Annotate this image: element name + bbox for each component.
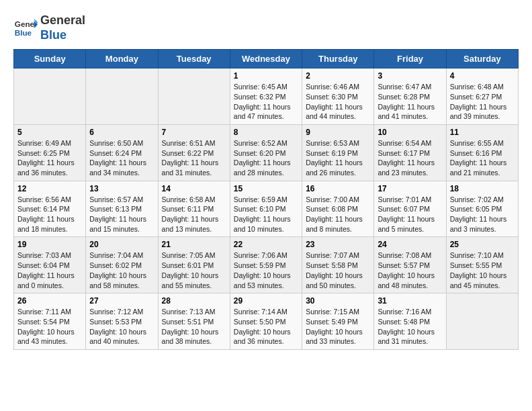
day-info: Sunrise: 6:54 AM Sunset: 6:17 PM Dayligh… <box>378 138 442 178</box>
day-info: Sunrise: 6:59 AM Sunset: 6:10 PM Dayligh… <box>234 195 298 234</box>
day-info: Sunrise: 7:14 AM Sunset: 5:50 PM Dayligh… <box>234 307 298 347</box>
day-info: Sunrise: 6:47 AM Sunset: 6:28 PM Dayligh… <box>378 82 442 122</box>
day-info: Sunrise: 7:10 AM Sunset: 5:55 PM Dayligh… <box>450 250 515 290</box>
day-info: Sunrise: 7:04 AM Sunset: 6:02 PM Dayligh… <box>89 250 154 290</box>
day-number: 25 <box>450 240 515 249</box>
calendar-cell <box>158 68 230 125</box>
calendar-cell: 7Sunrise: 6:51 AM Sunset: 6:22 PM Daylig… <box>158 124 230 181</box>
calendar-week-1: 1Sunrise: 6:45 AM Sunset: 6:32 PM Daylig… <box>14 68 519 125</box>
day-info: Sunrise: 7:12 AM Sunset: 5:53 PM Dayligh… <box>89 307 154 347</box>
day-info: Sunrise: 6:57 AM Sunset: 6:13 PM Dayligh… <box>89 195 154 234</box>
day-info: Sunrise: 6:55 AM Sunset: 6:16 PM Dayligh… <box>450 138 515 178</box>
calendar-cell <box>14 68 86 125</box>
calendar-cell: 14Sunrise: 6:58 AM Sunset: 6:11 PM Dayli… <box>158 181 230 237</box>
day-info: Sunrise: 7:16 AM Sunset: 5:48 PM Dayligh… <box>378 307 442 347</box>
svg-text:Blue: Blue <box>15 28 32 36</box>
calendar-cell: 15Sunrise: 6:59 AM Sunset: 6:10 PM Dayli… <box>230 181 302 237</box>
day-info: Sunrise: 7:00 AM Sunset: 6:08 PM Dayligh… <box>306 195 370 234</box>
calendar-cell: 20Sunrise: 7:04 AM Sunset: 6:02 PM Dayli… <box>86 237 158 293</box>
calendar-cell: 5Sunrise: 6:49 AM Sunset: 6:25 PM Daylig… <box>14 124 86 181</box>
logo-icon: General Blue <box>13 16 38 40</box>
calendar-cell: 4Sunrise: 6:48 AM Sunset: 6:27 PM Daylig… <box>446 68 518 125</box>
day-number: 18 <box>450 184 515 193</box>
day-info: Sunrise: 7:08 AM Sunset: 5:57 PM Dayligh… <box>378 250 442 290</box>
day-number: 24 <box>378 240 442 249</box>
calendar-cell: 28Sunrise: 7:13 AM Sunset: 5:51 PM Dayli… <box>158 293 230 350</box>
day-info: Sunrise: 6:56 AM Sunset: 6:14 PM Dayligh… <box>17 195 82 234</box>
day-number: 17 <box>378 184 442 193</box>
day-number: 16 <box>306 184 370 193</box>
weekday-header-friday: Friday <box>374 50 446 68</box>
day-number: 14 <box>162 184 226 193</box>
calendar-cell: 16Sunrise: 7:00 AM Sunset: 6:08 PM Dayli… <box>302 181 374 237</box>
day-number: 29 <box>234 296 298 306</box>
calendar-header-row: SundayMondayTuesdayWednesdayThursdayFrid… <box>14 50 519 68</box>
calendar-cell: 17Sunrise: 7:01 AM Sunset: 6:07 PM Dayli… <box>374 181 446 237</box>
calendar-cell: 25Sunrise: 7:10 AM Sunset: 5:55 PM Dayli… <box>446 237 518 293</box>
day-number: 26 <box>17 296 82 306</box>
day-number: 28 <box>162 296 226 306</box>
calendar-body: 1Sunrise: 6:45 AM Sunset: 6:32 PM Daylig… <box>14 68 519 350</box>
weekday-header-monday: Monday <box>86 50 158 68</box>
calendar-cell <box>446 293 518 350</box>
calendar-table: SundayMondayTuesdayWednesdayThursdayFrid… <box>13 49 519 350</box>
calendar-cell: 22Sunrise: 7:06 AM Sunset: 5:59 PM Dayli… <box>230 237 302 293</box>
day-number: 22 <box>234 240 298 249</box>
calendar-cell: 19Sunrise: 7:03 AM Sunset: 6:04 PM Dayli… <box>14 237 86 293</box>
page-header: General Blue General Blue <box>13 13 519 42</box>
calendar-cell: 1Sunrise: 6:45 AM Sunset: 6:32 PM Daylig… <box>230 68 302 125</box>
day-number: 11 <box>450 128 515 137</box>
day-info: Sunrise: 6:46 AM Sunset: 6:30 PM Dayligh… <box>306 82 370 122</box>
day-number: 3 <box>378 71 442 81</box>
day-number: 10 <box>378 128 442 137</box>
day-info: Sunrise: 7:03 AM Sunset: 6:04 PM Dayligh… <box>17 250 82 290</box>
logo: General Blue General Blue <box>13 13 85 42</box>
day-number: 1 <box>234 71 298 81</box>
logo-text-general: General <box>40 13 85 28</box>
calendar-cell: 13Sunrise: 6:57 AM Sunset: 6:13 PM Dayli… <box>86 181 158 237</box>
day-number: 19 <box>17 240 82 249</box>
calendar-cell: 9Sunrise: 6:53 AM Sunset: 6:19 PM Daylig… <box>302 124 374 181</box>
weekday-header-sunday: Sunday <box>14 50 86 68</box>
day-number: 21 <box>162 240 226 249</box>
calendar-cell: 6Sunrise: 6:50 AM Sunset: 6:24 PM Daylig… <box>86 124 158 181</box>
calendar-cell: 12Sunrise: 6:56 AM Sunset: 6:14 PM Dayli… <box>14 181 86 237</box>
calendar-cell: 11Sunrise: 6:55 AM Sunset: 6:16 PM Dayli… <box>446 124 518 181</box>
calendar-cell: 8Sunrise: 6:52 AM Sunset: 6:20 PM Daylig… <box>230 124 302 181</box>
day-info: Sunrise: 6:50 AM Sunset: 6:24 PM Dayligh… <box>89 138 154 178</box>
day-number: 31 <box>378 296 442 306</box>
day-number: 4 <box>450 71 515 81</box>
calendar-cell <box>86 68 158 125</box>
weekday-header-thursday: Thursday <box>302 50 374 68</box>
day-info: Sunrise: 7:07 AM Sunset: 5:58 PM Dayligh… <box>306 250 370 290</box>
day-number: 23 <box>306 240 370 249</box>
day-number: 9 <box>306 128 370 137</box>
day-info: Sunrise: 7:15 AM Sunset: 5:49 PM Dayligh… <box>306 307 370 347</box>
calendar-cell: 2Sunrise: 6:46 AM Sunset: 6:30 PM Daylig… <box>302 68 374 125</box>
day-info: Sunrise: 7:02 AM Sunset: 6:05 PM Dayligh… <box>450 195 515 234</box>
day-info: Sunrise: 6:49 AM Sunset: 6:25 PM Dayligh… <box>17 138 82 178</box>
weekday-header-saturday: Saturday <box>446 50 518 68</box>
logo-text-blue: Blue <box>40 28 85 43</box>
calendar-cell: 27Sunrise: 7:12 AM Sunset: 5:53 PM Dayli… <box>86 293 158 350</box>
day-info: Sunrise: 7:13 AM Sunset: 5:51 PM Dayligh… <box>162 307 226 347</box>
calendar-week-3: 12Sunrise: 6:56 AM Sunset: 6:14 PM Dayli… <box>14 181 519 237</box>
calendar-cell: 29Sunrise: 7:14 AM Sunset: 5:50 PM Dayli… <box>230 293 302 350</box>
day-info: Sunrise: 7:05 AM Sunset: 6:01 PM Dayligh… <box>162 250 226 290</box>
day-number: 30 <box>306 296 370 306</box>
day-number: 13 <box>89 184 154 193</box>
calendar-week-5: 26Sunrise: 7:11 AM Sunset: 5:54 PM Dayli… <box>14 293 519 350</box>
calendar-cell: 24Sunrise: 7:08 AM Sunset: 5:57 PM Dayli… <box>374 237 446 293</box>
day-number: 2 <box>306 71 370 81</box>
day-number: 12 <box>17 184 82 193</box>
day-info: Sunrise: 7:06 AM Sunset: 5:59 PM Dayligh… <box>234 250 298 290</box>
calendar-cell: 30Sunrise: 7:15 AM Sunset: 5:49 PM Dayli… <box>302 293 374 350</box>
weekday-header-tuesday: Tuesday <box>158 50 230 68</box>
day-info: Sunrise: 6:51 AM Sunset: 6:22 PM Dayligh… <box>162 138 226 178</box>
day-info: Sunrise: 6:58 AM Sunset: 6:11 PM Dayligh… <box>162 195 226 234</box>
calendar-cell: 10Sunrise: 6:54 AM Sunset: 6:17 PM Dayli… <box>374 124 446 181</box>
weekday-header-wednesday: Wednesday <box>230 50 302 68</box>
calendar-week-2: 5Sunrise: 6:49 AM Sunset: 6:25 PM Daylig… <box>14 124 519 181</box>
day-info: Sunrise: 6:48 AM Sunset: 6:27 PM Dayligh… <box>450 82 515 122</box>
day-info: Sunrise: 6:45 AM Sunset: 6:32 PM Dayligh… <box>234 82 298 122</box>
